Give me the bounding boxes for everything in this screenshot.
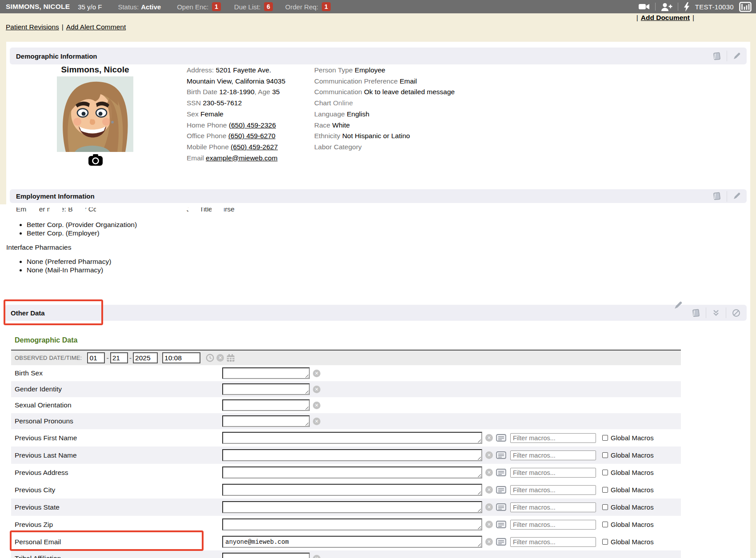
global-macros-checkbox[interactable] xyxy=(602,504,608,510)
filter-macros-input[interactable] xyxy=(510,520,596,530)
add-document-link[interactable]: Add Document xyxy=(641,14,690,21)
field-value: Mountain View, California 94035 xyxy=(187,77,285,85)
resize-handle[interactable] xyxy=(476,455,481,460)
personal-pronouns-clear-icon[interactable]: ✕ xyxy=(313,418,320,425)
personal-email-clear-icon[interactable]: ✕ xyxy=(485,538,493,546)
flowsheet-chart-icon[interactable] xyxy=(739,2,752,12)
resize-handle[interactable] xyxy=(304,421,308,426)
previous-state-textarea[interactable] xyxy=(222,501,482,513)
previous-first-name-clear-icon[interactable]: ✕ xyxy=(485,434,493,442)
resize-handle[interactable] xyxy=(476,438,481,442)
resize-handle[interactable] xyxy=(476,473,481,477)
filter-macros-input[interactable] xyxy=(510,468,596,478)
open-enc-badge[interactable]: 1 xyxy=(212,2,221,11)
value-link[interactable]: example@mieweb.com xyxy=(206,154,277,162)
macro-list-icon[interactable] xyxy=(496,486,506,494)
resize-handle[interactable] xyxy=(304,389,308,394)
disable-slash-icon[interactable] xyxy=(732,309,740,317)
resize-handle[interactable] xyxy=(304,373,308,378)
personal-pronouns-label: Personal Pronouns xyxy=(15,417,222,425)
personal-email-value: anyone@mieweb.com xyxy=(223,537,481,546)
clock-icon[interactable] xyxy=(206,354,214,362)
sexual-orientation-clear-icon[interactable]: ✕ xyxy=(313,402,320,409)
add-person-icon[interactable] xyxy=(661,3,672,11)
birth-sex-clear-icon[interactable]: ✕ xyxy=(313,370,320,377)
birth-sex-input[interactable] xyxy=(222,367,310,379)
page-gutter-left xyxy=(0,42,6,204)
collapse-chevrons-icon[interactable] xyxy=(712,309,720,317)
order-req-badge[interactable]: 1 xyxy=(322,2,331,11)
resize-handle[interactable] xyxy=(476,507,481,512)
field-value: English xyxy=(347,110,369,118)
filter-macros-input[interactable] xyxy=(510,433,596,443)
observed-month-input[interactable] xyxy=(87,352,105,363)
previous-city-clear-icon[interactable]: ✕ xyxy=(485,486,493,494)
filter-macros-input[interactable] xyxy=(510,502,596,512)
previous-city-textarea[interactable] xyxy=(222,484,482,496)
resize-handle[interactable] xyxy=(476,525,481,529)
journal-book-icon[interactable] xyxy=(712,192,721,200)
status-value: Active xyxy=(141,3,161,11)
observed-time-input[interactable] xyxy=(162,352,200,363)
previous-zip-textarea[interactable] xyxy=(222,518,482,530)
journal-book-icon[interactable] xyxy=(692,309,700,317)
gender-identity-clear-icon[interactable]: ✕ xyxy=(313,386,320,393)
previous-zip-label: Previous Zip xyxy=(15,521,222,529)
filter-macros-input[interactable] xyxy=(510,485,596,495)
edit-pencil-icon[interactable] xyxy=(733,52,740,60)
macro-list-icon[interactable] xyxy=(496,538,506,546)
due-list-badge[interactable]: 6 xyxy=(264,2,273,11)
global-macros-checkbox[interactable] xyxy=(602,487,608,493)
demographic-information-header[interactable]: Demographic Information xyxy=(10,48,747,64)
employment-information-header[interactable]: Employment Information xyxy=(10,189,747,203)
edit-pencil-icon[interactable] xyxy=(674,301,682,311)
previous-address-textarea[interactable] xyxy=(222,466,482,478)
resize-handle[interactable] xyxy=(476,490,481,494)
tribal-affiliation-input[interactable] xyxy=(222,553,310,558)
global-macros-checkbox[interactable] xyxy=(602,539,608,545)
macro-list-icon[interactable] xyxy=(496,520,506,529)
macro-list-icon[interactable] xyxy=(496,434,506,442)
value-link[interactable]: (650) 459-2326 xyxy=(229,121,276,129)
resize-handle[interactable] xyxy=(304,405,308,410)
sexual-orientation-input[interactable] xyxy=(222,399,310,411)
add-alert-comment-link[interactable]: Add Alert Comment xyxy=(66,23,126,31)
global-macros-checkbox[interactable] xyxy=(602,522,608,527)
update-photo-camera-icon[interactable] xyxy=(88,153,103,167)
value-link[interactable]: (650) 459-2627 xyxy=(231,143,278,151)
global-macros-checkbox[interactable] xyxy=(602,435,608,441)
edit-pencil-icon[interactable] xyxy=(733,192,740,200)
previous-state-clear-icon[interactable]: ✕ xyxy=(485,503,493,511)
macro-list-icon[interactable] xyxy=(496,503,506,511)
pharmacy-item: None (Mail-In Pharmacy) xyxy=(27,266,111,275)
other-data-header[interactable]: Other Data xyxy=(4,305,747,321)
macro-list-icon[interactable] xyxy=(496,451,506,459)
macro-list-icon[interactable] xyxy=(496,468,506,477)
filter-macros-input[interactable] xyxy=(510,450,596,460)
previous-last-name-textarea[interactable] xyxy=(222,449,482,461)
filter-macros-input[interactable] xyxy=(510,537,596,547)
value-link[interactable]: (650) 459-6270 xyxy=(228,132,276,140)
observed-year-input[interactable] xyxy=(133,352,158,363)
clear-datetime-icon[interactable]: ✕ xyxy=(216,354,224,362)
previous-address-clear-icon[interactable]: ✕ xyxy=(485,469,493,476)
sexual-orientation-label: Sexual Orientation xyxy=(15,401,222,409)
global-macros-checkbox[interactable] xyxy=(602,452,608,458)
personal-pronouns-input[interactable] xyxy=(222,415,310,427)
birth-sex-label: Birth Sex xyxy=(15,369,222,377)
patient-avatar[interactable] xyxy=(57,76,133,152)
field-label: Communication Preference xyxy=(314,77,400,85)
video-camera-icon[interactable] xyxy=(639,3,650,11)
patient-revisions-link[interactable]: Patient Revisions xyxy=(6,23,59,31)
personal-email-textarea[interactable]: anyone@mieweb.com xyxy=(222,536,482,548)
global-macros-checkbox[interactable] xyxy=(602,470,608,475)
previous-last-name-clear-icon[interactable]: ✕ xyxy=(485,451,493,459)
previous-zip-clear-icon[interactable]: ✕ xyxy=(485,521,493,528)
gender-identity-input[interactable] xyxy=(222,383,310,395)
journal-book-icon[interactable] xyxy=(712,52,721,60)
previous-first-name-textarea[interactable] xyxy=(222,432,482,444)
lightning-bolt-icon[interactable] xyxy=(684,2,690,12)
tribal-affiliation-clear-icon[interactable]: ✕ xyxy=(313,555,320,558)
observed-day-input[interactable] xyxy=(110,352,128,363)
calendar-icon[interactable] xyxy=(226,354,235,362)
